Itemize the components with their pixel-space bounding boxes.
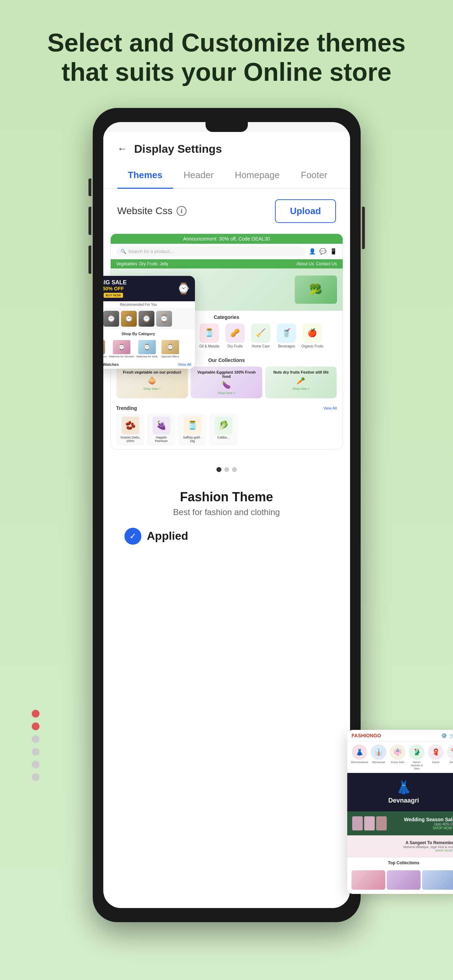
collection-2[interactable]: Vegetable Eggplant 100% Fresh food 🍆 Sho…: [191, 366, 262, 398]
fashion-cat-nehru-img: 🥻: [409, 745, 424, 760]
watch-cat-men-img: ⌚: [103, 340, 105, 354]
cat-dry-fruits-icon: 🥜: [225, 323, 245, 343]
fashion-sale-text: Wedding Season Sale Upto 40% Off SHOP NO…: [404, 817, 453, 830]
cat-dry-fruits-label: Dry Fruits: [227, 344, 242, 348]
cat-organic-label: Organic Fruits: [301, 344, 323, 348]
search-icon: 🔍: [120, 249, 126, 254]
collection-2-cta[interactable]: Shop Now >: [194, 391, 259, 395]
fashion-sangeet-cta[interactable]: SHOP NOW >: [403, 849, 453, 852]
fashion-cat-womenswear[interactable]: 👗 Womenswear: [351, 745, 368, 770]
tab-themes[interactable]: Themes: [117, 162, 173, 189]
grocery-search-bar[interactable]: 🔍 Search for a product...: [116, 247, 305, 256]
fashion-cat-kurta[interactable]: 👘 Kurta Sets: [389, 745, 407, 770]
watch-sale-text: BIG SALE 50% OFF BUY NOW: [103, 279, 127, 298]
menu-contact[interactable]: Contact Us: [316, 261, 337, 266]
trending-item-2[interactable]: 🍇 Happilo Premium: [147, 414, 176, 445]
collection-1-cta[interactable]: Shop Now >: [120, 387, 184, 391]
fashion-theme-card[interactable]: FASHIONGO ⚙️ 🛒 👗 Womenswear 👔 Menswear 👘: [347, 730, 453, 894]
trending-item-1[interactable]: 🫘 Snacks Debu, 100%: [116, 414, 144, 445]
cat-oil-masala[interactable]: 🫙 Oil & Masala: [198, 323, 221, 348]
fashion-cat-womenswear-img: 👗: [352, 745, 367, 760]
hero-section: Select and Customize themes that suits y…: [0, 0, 453, 922]
watch-images-row: ⌚ ⌚ ⌚ ⌚ ⌚: [103, 308, 195, 329]
watch-cat-women: ⌚ Watches for Women: [109, 340, 134, 358]
watch-theme-card[interactable]: ⌚ BIG SALE 50% OFF BUY NOW ⌚ Recommended…: [103, 276, 195, 369]
menu-jelly[interactable]: Jelly: [160, 261, 168, 266]
phone-screen: ← Display Settings Themes Header Homepag…: [103, 122, 350, 908]
watch-img-4: ⌚: [139, 311, 154, 327]
trending-name-1: Snacks Debu, 100%: [119, 436, 142, 443]
trending-item-3[interactable]: 🫙 Saffola gold - 1kg: [178, 414, 207, 445]
watch-cat-kids: ⌚ Watches for Kids: [136, 340, 158, 358]
fashion-cat-saree[interactable]: 🧣 Saree: [427, 745, 445, 770]
fashion-sangeet-banner: A Sangeet To Remember Mohena Mittalque, …: [347, 835, 453, 857]
deco-dot: [32, 748, 40, 756]
dot-3[interactable]: [232, 467, 237, 472]
grocery-nav: 🔍 Search for a product... 👤 💬 📱: [111, 244, 343, 259]
collection-3-title: Nuts dry fruits Festive still life: [269, 370, 333, 374]
menu-vegetables[interactable]: Vegetables: [116, 261, 137, 266]
fashion-cat-saree-label: Saree: [432, 760, 439, 764]
collection-1-title: Fresh vegetable on our product: [120, 370, 184, 374]
cat-dry-fruits[interactable]: 🥜 Dry Fruits: [223, 323, 246, 348]
watch-view-all[interactable]: View All: [178, 362, 191, 366]
applied-check-icon: ✓: [124, 528, 141, 545]
fashion-cat-menswear-img: 👔: [371, 745, 386, 760]
grocery-menu: Vegetables Dry Fruits Jelly About Us Con…: [111, 259, 343, 269]
website-css-label: Website Css ℹ: [117, 205, 187, 216]
phone-frame: ← Display Settings Themes Header Homepag…: [93, 108, 361, 922]
menu-about[interactable]: About Us: [296, 261, 314, 266]
tab-header[interactable]: Header: [173, 162, 224, 189]
tab-footer[interactable]: Footer: [290, 162, 338, 189]
fashion-header-icons: ⚙️ 🛒: [441, 733, 453, 738]
ds-header: ← Display Settings: [103, 132, 350, 162]
cat-organic-fruits[interactable]: 🍎 Organic Fruits: [301, 323, 324, 348]
collections-row: Fresh vegetable on our product 🧅 Shop No…: [116, 366, 337, 398]
trending-view-all[interactable]: View All: [323, 406, 337, 410]
fashion-header: FASHIONGO ⚙️ 🛒: [347, 730, 453, 741]
fashion-cat-menswear[interactable]: 👔 Menswear: [370, 745, 387, 770]
fashion-cat-nehru[interactable]: 🥻 Nehru Jackets & Sets: [408, 745, 426, 770]
tab-homepage[interactable]: Homepage: [224, 162, 290, 189]
buy-now-badge: BUY NOW: [104, 293, 123, 298]
fashion-sale-cta[interactable]: SHOP NOW >: [404, 826, 453, 830]
upload-button[interactable]: Upload: [275, 199, 336, 223]
tabs-row: Themes Header Homepage Footer: [103, 162, 350, 189]
watch-cat-men-label: Watches for Men: [103, 355, 107, 358]
info-icon[interactable]: ℹ: [177, 206, 187, 216]
deco-dot: [32, 710, 40, 718]
dot-2[interactable]: [224, 467, 229, 472]
phone-power-btn: [362, 207, 365, 249]
collection-3-cta[interactable]: Shop Now >: [269, 387, 333, 391]
grocery-banner-image: 🥦: [295, 275, 337, 304]
dot-1[interactable]: [217, 467, 222, 472]
hero-title: Select and Customize themes that suits y…: [21, 28, 432, 87]
fashion-cat-stitching-img: ✂️: [447, 745, 453, 760]
collection-2-title: Vegetable Eggplant 100% Fresh food: [194, 370, 259, 379]
top-collection-3[interactable]: [422, 870, 453, 890]
fashion-cat-nehru-label: Nehru Jackets & Sets: [408, 760, 426, 770]
top-collection-1[interactable]: [352, 870, 385, 890]
cat-home-care[interactable]: 🧹 Home Care: [249, 323, 272, 348]
website-css-row: Website Css ℹ Upload: [103, 189, 350, 234]
watch-cat-offers-label: Special Offers: [162, 355, 179, 358]
page-title: Display Settings: [134, 143, 222, 156]
fashion-cat-stitching[interactable]: ✂️ Stitching: [446, 745, 453, 770]
trending-img-3: 🫙: [184, 417, 201, 434]
collection-1[interactable]: Fresh vegetable on our product 🧅 Shop No…: [116, 366, 188, 398]
back-button[interactable]: ←: [117, 143, 127, 154]
fashion-cat-kurta-label: Kurta Sets: [391, 760, 404, 764]
cat-organic-icon: 🍎: [303, 323, 322, 343]
trending-item-4[interactable]: 🥬 Cabba...: [209, 414, 238, 445]
collection-3[interactable]: Nuts dry fruits Festive still life 🥕 Sho…: [265, 366, 337, 398]
cat-oil-label: Oil & Masala: [199, 344, 219, 348]
watch-img-3: ⌚: [121, 311, 137, 327]
trending-header: Trending View All: [116, 405, 337, 411]
fashion-cat-menswear-label: Menswear: [372, 760, 385, 764]
cat-beverages[interactable]: 🥤 Beverages: [275, 323, 298, 348]
top-collection-2[interactable]: [387, 870, 421, 890]
fashion-settings-icon: ⚙️: [441, 733, 447, 738]
display-settings-screen: ← Display Settings Themes Header Homepag…: [103, 132, 350, 908]
trending-section: Trending View All 🫘 Snacks Debu, 100%: [111, 402, 343, 449]
menu-dry-fruits[interactable]: Dry Fruits: [139, 261, 158, 266]
